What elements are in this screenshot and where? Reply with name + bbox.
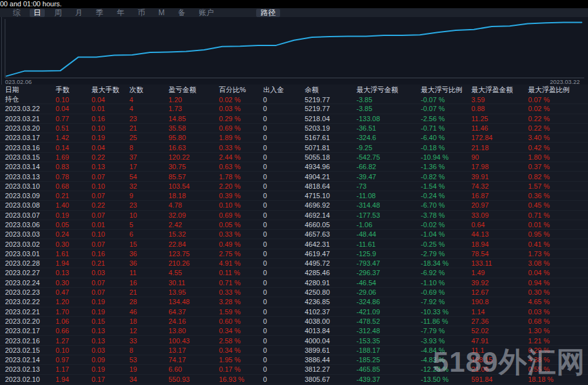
column-header[interactable]: 次数 xyxy=(129,85,168,95)
table-cell: -0.24 % xyxy=(421,192,471,199)
table-cell: 2023.03.08 xyxy=(5,201,56,209)
table-row[interactable]: 2023.02.101.940.1734550.9316.93 %03805.6… xyxy=(0,375,588,384)
table-cell: 0.04 % xyxy=(528,269,588,276)
column-header[interactable]: 最大浮盈比例 xyxy=(528,85,588,95)
table-row[interactable]: 2023.02.161.270.1333100.432.58 %04000.04… xyxy=(0,336,588,345)
tab-日[interactable]: 日 xyxy=(30,9,45,17)
table-row[interactable]: 2023.03.151.690.2237120.222.44 %05055.18… xyxy=(0,153,588,162)
table-row[interactable]: 2023.03.200.510.102135.580.69 %05203.19-… xyxy=(0,124,588,133)
table-row[interactable]: 2023.03.171.420.192595.801.89 %05167.61-… xyxy=(0,133,588,143)
table-cell: 21.18 xyxy=(471,144,528,151)
table-row[interactable]: 2023.03.130.780.075485.571.78 %04904.21-… xyxy=(0,172,588,181)
table-row[interactable]: 持仓0.100.0441.200.02 %05219.77-3.85-0.07 … xyxy=(0,95,588,104)
table-cell: 30.75 xyxy=(168,163,219,170)
tab-账户[interactable]: 账户 xyxy=(195,9,218,17)
tab-综[interactable]: 综 xyxy=(9,9,24,17)
tab-周[interactable]: 周 xyxy=(50,9,66,17)
table-row[interactable]: 2023.02.240.300.071630.110.71 %04280.91-… xyxy=(0,278,588,288)
table-cell: 53 xyxy=(129,356,168,364)
table-row[interactable]: 2023.03.081.400.22234.780.10 %04696.92-3… xyxy=(0,201,588,210)
table-cell: 0.41 % xyxy=(528,240,588,248)
table-row[interactable]: 2023.02.170.660.131213.800.34 %04013.84-… xyxy=(0,326,588,336)
table-row[interactable]: 2023.02.270.130.03114.550.11 %04285.46-2… xyxy=(0,268,588,278)
table-row[interactable]: 2023.03.210.770.162314.850.29 %05218.04-… xyxy=(0,114,588,124)
table-row[interactable]: 2023.03.160.140.04816.630.33 %05071.81-9… xyxy=(0,143,588,152)
table-row[interactable]: 2023.03.140.830.131730.750.63 %04934.96-… xyxy=(0,162,588,172)
table-cell: -2.56 % xyxy=(421,115,471,122)
table-row[interactable]: 2023.03.011.610.1636123.752.75 %04619.47… xyxy=(0,249,588,259)
column-header[interactable]: 日期 xyxy=(5,85,56,95)
table-cell: 1.73 xyxy=(168,105,219,112)
table-cell: 4.38 % xyxy=(528,356,588,364)
table-row[interactable]: 2023.03.100.680.1032103.542.20 %04818.64… xyxy=(0,182,588,191)
table-cell: 17 xyxy=(129,163,168,170)
column-header[interactable]: 最大浮亏金额 xyxy=(356,85,421,95)
table-cell: 0.07 xyxy=(91,211,129,219)
table-cell: 20.97 xyxy=(471,201,528,209)
table-cell: 1.69 xyxy=(56,153,91,161)
equity-curve-chart[interactable]: 023.02.06 2023.03.22 xyxy=(0,17,588,85)
table-cell: 23 xyxy=(129,201,168,209)
path-button[interactable]: 路径 xyxy=(256,9,280,17)
table-row[interactable]: 2023.03.090.210.07918.180.39 %04715.10-1… xyxy=(0,191,588,201)
table-cell: -0.07 % xyxy=(421,96,471,104)
window-title-text: 00 and 01:00 hours. xyxy=(0,0,588,8)
table-cell: 0 xyxy=(263,192,305,199)
table-cell: 25 xyxy=(129,134,168,141)
tab-备[interactable]: 备 xyxy=(174,9,189,17)
table-cell: 1.20 xyxy=(168,96,219,104)
table-row[interactable]: 2023.03.020.300.071522.840.49 %04642.31-… xyxy=(0,239,588,249)
table-cell: 16.93 % xyxy=(219,376,263,383)
column-header[interactable]: 盈亏金额 xyxy=(168,85,219,95)
table-cell: -0.71 % xyxy=(421,124,471,132)
table-row[interactable]: 2023.02.221.200.1928134.483.28 %04236.85… xyxy=(0,297,588,307)
column-header[interactable]: 手数 xyxy=(56,85,91,95)
table-cell: 1.94 xyxy=(56,259,91,267)
table-row[interactable]: 2023.03.070.190.071032.090.69 %04692.14-… xyxy=(0,211,588,220)
table-cell: 0.78 xyxy=(56,173,91,181)
table-cell: 33 xyxy=(129,337,168,345)
table-cell: 0.36 % xyxy=(528,192,588,199)
table-cell: 0 xyxy=(263,96,305,104)
table-cell: 0.88 xyxy=(471,105,528,112)
table-row[interactable]: 2023.03.220.040.0141.730.03 %05219.77-3.… xyxy=(0,104,588,114)
table-row[interactable]: 2023.03.030.240.10615.320.33 %04657.63-4… xyxy=(0,230,588,239)
table-cell: 0.82 % xyxy=(528,173,588,181)
column-header[interactable]: 最大浮亏比例 xyxy=(421,85,471,95)
table-cell: 0.01 xyxy=(91,221,129,228)
table-cell: 4619.47 xyxy=(305,250,356,258)
column-header[interactable]: 余额 xyxy=(305,85,356,95)
table-cell: 6 xyxy=(129,230,168,238)
tab-季[interactable]: 季 xyxy=(92,9,107,17)
tab-年[interactable]: 年 xyxy=(113,9,128,17)
table-cell: 0.49 % xyxy=(219,240,263,248)
column-header[interactable]: 最大浮盈金额 xyxy=(471,85,528,95)
table-row[interactable]: 2023.02.281.940.2136210.264.91 %04495.72… xyxy=(0,259,588,268)
table-cell: 4000.04 xyxy=(305,337,356,345)
table-cell: 1.73 % xyxy=(528,250,588,258)
table-row[interactable]: 2023.03.060.050.0152.420.05 %04660.05-1.… xyxy=(0,220,588,230)
table-cell: -7.79 % xyxy=(421,327,471,335)
column-header[interactable]: 百分比% xyxy=(219,85,263,95)
tab-月[interactable]: 月 xyxy=(71,9,86,17)
table-cell: 0.13 xyxy=(91,327,129,335)
table-row[interactable]: 2023.02.150.100.03813.170.34 %03899.61-1… xyxy=(0,346,588,355)
table-cell: 0.13 xyxy=(91,163,129,170)
table-cell: 0.22 xyxy=(91,201,129,209)
table-cell: 0.10 % xyxy=(219,201,263,209)
table-row[interactable]: 2023.02.140.970.095374.171.95 %03886.44-… xyxy=(0,355,588,365)
table-cell: 0.34 % xyxy=(219,346,263,354)
table-row[interactable]: 2023.02.201.060.151824.160.60 %04038.00-… xyxy=(0,317,588,326)
table-row[interactable]: 2023.02.131.170.19196.600.17 %03812.27-4… xyxy=(0,365,588,374)
table-row[interactable]: 2023.02.211.700.194664.371.59 %04102.37-… xyxy=(0,307,588,317)
table-cell: -39.47 xyxy=(356,173,421,181)
tab-M[interactable]: M xyxy=(155,9,168,17)
column-header[interactable]: 最大手数 xyxy=(91,85,129,95)
table-cell: 52.02 xyxy=(471,327,528,335)
column-header[interactable]: 出入金 xyxy=(263,85,305,95)
tab-币[interactable]: 币 xyxy=(134,9,149,17)
table-cell: 0.21 xyxy=(56,192,91,199)
table-cell: -177.53 xyxy=(356,211,421,219)
table-row[interactable]: 2023.02.230.470.072113.950.33 %04250.80-… xyxy=(0,288,588,297)
table-cell: 85.57 xyxy=(168,173,219,181)
